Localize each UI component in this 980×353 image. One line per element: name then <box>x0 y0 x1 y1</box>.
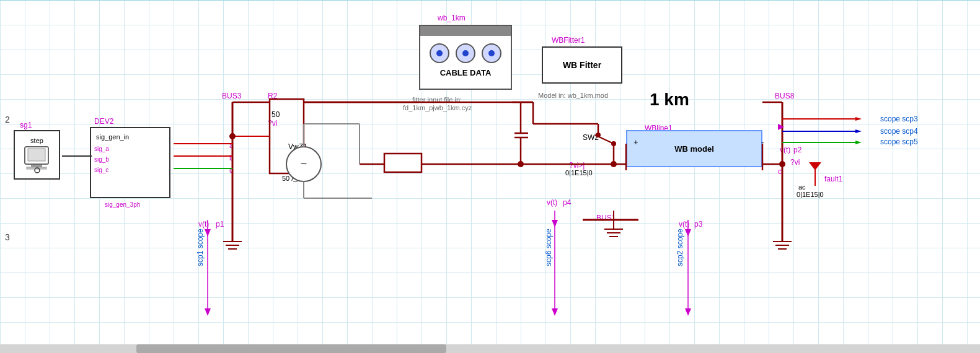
p2-label: p2 <box>793 146 801 154</box>
svg-text:~: ~ <box>301 157 307 170</box>
svg-point-83 <box>779 161 785 167</box>
vi-label-right: ?vi <box>790 158 800 167</box>
sig-a-label: sig_a <box>94 146 109 152</box>
sig-c-label: sig_c <box>94 167 108 173</box>
fault-vals-label: 0|1E15|0 <box>797 191 824 198</box>
plus-sign: + <box>633 137 638 147</box>
p1-label: p1 <box>216 220 224 229</box>
sig-gen-in-label: sig_gen_in <box>96 133 129 141</box>
r2-value: 50 <box>271 110 280 119</box>
svg-marker-78 <box>778 124 784 130</box>
sig-gen-3ph-label: sig_gen_3ph <box>105 201 140 208</box>
scrollbar-thumb[interactable] <box>136 344 446 353</box>
bus8-label: BUS8 <box>775 92 794 100</box>
vt-p1-label: v(t) <box>198 220 209 229</box>
circle-1 <box>430 43 449 63</box>
sw2-label: SW2 <box>583 133 599 142</box>
svg-marker-73 <box>809 162 821 170</box>
r1-label: R1 <box>402 154 411 162</box>
circuit-canvas: 2 3 CABLE DATA wb_1km fitter input file … <box>0 0 980 353</box>
dev2-label: DEV2 <box>94 117 113 126</box>
wbfitter-text: WB Fitter <box>563 60 601 70</box>
wbfitter1-label: WBFitter1 <box>552 36 585 45</box>
scope-scp3-label: scope scp3 <box>880 115 918 123</box>
circle-3 <box>482 43 501 63</box>
dev2-component[interactable]: DEV2 sig_gen_in sig_a sig_b sig_c sig_ge… <box>90 127 170 198</box>
sig-b-label: sig_b <box>94 156 109 163</box>
step-label: step <box>30 137 43 144</box>
svg-marker-77 <box>552 220 558 227</box>
vt-p3-label: v(t) <box>679 220 689 229</box>
vwz1-value: 50 /_0 <box>282 175 301 182</box>
wbline-component[interactable]: WB model <box>626 130 762 167</box>
scope-scp5-label: scope scp5 <box>880 137 918 146</box>
scp6-scope-label: scp6 scope <box>544 229 553 266</box>
scp2-scope-label: scp2 scope <box>676 229 684 266</box>
wb-model-text: WB model <box>674 144 714 154</box>
svg-rect-2 <box>31 165 42 167</box>
sw2-cond-label: ?vi>| <box>569 161 585 170</box>
scp1-scope-label: scp1 scope <box>196 229 205 266</box>
scope-scp4-label: scope scp4 <box>880 127 918 136</box>
computer-icon <box>22 146 53 173</box>
sw2-vals-label: 0|1E15|0 <box>565 169 593 176</box>
svg-marker-75 <box>205 229 211 237</box>
fitter-input-label: fitter input file in: <box>412 96 462 103</box>
wb1km-titlebar <box>420 26 511 36</box>
bus1-label: BUS1 <box>596 214 616 222</box>
wb1km-circles <box>420 43 511 63</box>
model-in-label: Model in: wb_1km.mod <box>538 92 608 99</box>
row-number-3: 3 <box>5 232 10 242</box>
b-label: b <box>229 154 234 162</box>
svg-marker-70 <box>855 117 862 121</box>
c-label: c <box>229 166 233 175</box>
svg-marker-76 <box>685 229 691 237</box>
cable-data-label: CABLE DATA <box>420 68 511 77</box>
wb1km-component[interactable]: CABLE DATA <box>419 25 512 90</box>
vwz1-label: VwZ1 <box>288 142 307 151</box>
distance-label: 1 km <box>650 90 689 110</box>
svg-rect-1 <box>28 149 45 161</box>
sg1-label: sg1 <box>20 121 32 129</box>
p3-label: p3 <box>694 220 702 229</box>
wbfitter-component[interactable]: WB Fitter <box>542 46 622 84</box>
vt-p2-label: v(t) <box>780 146 790 154</box>
p4-label: p4 <box>563 198 571 207</box>
r2-vi-label: ?vi <box>268 119 277 128</box>
row-number-2: 2 <box>5 115 10 124</box>
r2-label: R2 <box>268 92 277 100</box>
bus3-label: BUS3 <box>222 92 241 100</box>
minus-sign: - <box>761 137 764 147</box>
svg-point-82 <box>611 161 617 167</box>
fault1-label: fault1 <box>824 175 842 183</box>
wb1km-title: wb_1km <box>438 14 466 22</box>
svg-point-80 <box>229 133 236 139</box>
svg-point-24 <box>611 141 616 146</box>
c-right-label: c <box>778 167 782 176</box>
circle-2 <box>456 43 475 63</box>
svg-point-81 <box>518 161 524 167</box>
horizontal-scrollbar[interactable] <box>0 344 980 353</box>
r1-value: 50 <box>405 166 413 175</box>
svg-marker-71 <box>855 129 862 133</box>
svg-marker-72 <box>855 141 862 144</box>
svg-marker-64 <box>552 308 558 316</box>
sg1-component[interactable]: step <box>14 130 60 180</box>
fault-ac-label: ac <box>798 183 806 191</box>
svg-marker-66 <box>685 308 691 316</box>
vt-p4-label: v(t) <box>547 198 557 207</box>
svg-marker-62 <box>205 308 211 316</box>
fitter-file-label: fd_1km_pjwb_1km.cyz <box>403 104 472 111</box>
a-label: a <box>229 141 234 150</box>
